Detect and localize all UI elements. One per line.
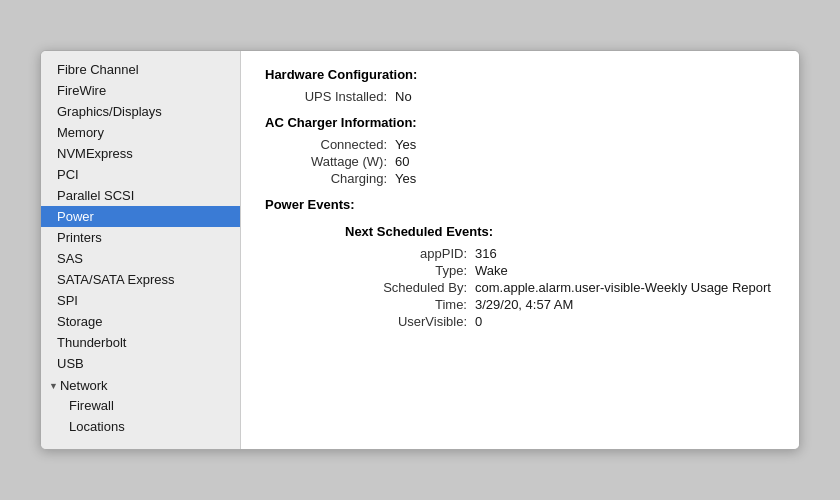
next-scheduled-title: Next Scheduled Events: [345, 224, 775, 239]
scheduled-by-label: Scheduled By: [345, 280, 475, 295]
sidebar-item-sata[interactable]: SATA/SATA Express [41, 269, 240, 290]
sidebar-item-firewall[interactable]: Firewall [41, 395, 240, 416]
type-value: Wake [475, 263, 508, 278]
apppid-row: appPID: 316 [345, 245, 775, 262]
system-info-window: Fibre Channel FireWire Graphics/Displays… [40, 50, 800, 450]
connected-label: Connected: [265, 137, 395, 152]
sidebar-item-storage[interactable]: Storage [41, 311, 240, 332]
charging-value: Yes [395, 171, 416, 186]
network-group-label: Network [60, 378, 108, 393]
sidebar-item-fibre-channel[interactable]: Fibre Channel [41, 59, 240, 80]
sidebar-group-network[interactable]: ▼ Network [41, 374, 240, 395]
time-label: Time: [345, 297, 475, 312]
wattage-row: Wattage (W): 60 [265, 153, 775, 170]
scheduled-by-value: com.apple.alarm.user-visible-Weekly Usag… [475, 280, 771, 295]
scheduled-by-row: Scheduled By: com.apple.alarm.user-visib… [345, 279, 775, 296]
hardware-config-title: Hardware Configuration: [265, 67, 775, 82]
sidebar-item-spi[interactable]: SPI [41, 290, 240, 311]
wattage-label: Wattage (W): [265, 154, 395, 169]
sidebar-item-pci[interactable]: PCI [41, 164, 240, 185]
ups-label: UPS Installed: [265, 89, 395, 104]
uservisible-value: 0 [475, 314, 482, 329]
sidebar-item-power[interactable]: Power [41, 206, 240, 227]
connected-value: Yes [395, 137, 416, 152]
charging-label: Charging: [265, 171, 395, 186]
sidebar-item-printers[interactable]: Printers [41, 227, 240, 248]
time-row: Time: 3/29/20, 4:57 AM [345, 296, 775, 313]
sidebar-item-graphics-displays[interactable]: Graphics/Displays [41, 101, 240, 122]
connected-row: Connected: Yes [265, 136, 775, 153]
sidebar-item-memory[interactable]: Memory [41, 122, 240, 143]
time-value: 3/29/20, 4:57 AM [475, 297, 573, 312]
triangle-icon: ▼ [49, 381, 58, 391]
type-row: Type: Wake [345, 262, 775, 279]
sidebar-item-thunderbolt[interactable]: Thunderbolt [41, 332, 240, 353]
sidebar[interactable]: Fibre Channel FireWire Graphics/Displays… [41, 51, 241, 449]
sidebar-item-usb[interactable]: USB [41, 353, 240, 374]
sidebar-item-firewire[interactable]: FireWire [41, 80, 240, 101]
apppid-value: 316 [475, 246, 497, 261]
sidebar-item-sas[interactable]: SAS [41, 248, 240, 269]
type-label: Type: [345, 263, 475, 278]
content-area: Hardware Configuration: UPS Installed: N… [241, 51, 799, 449]
ups-value: No [395, 89, 412, 104]
uservisible-row: UserVisible: 0 [345, 313, 775, 330]
wattage-value: 60 [395, 154, 409, 169]
charging-row: Charging: Yes [265, 170, 775, 187]
sidebar-item-locations[interactable]: Locations [41, 416, 240, 437]
ups-row: UPS Installed: No [265, 88, 775, 105]
sidebar-item-parallel-scsi[interactable]: Parallel SCSI [41, 185, 240, 206]
uservisible-label: UserVisible: [345, 314, 475, 329]
ac-charger-title: AC Charger Information: [265, 115, 775, 130]
power-events-title: Power Events: [265, 197, 775, 212]
sidebar-item-nvmexpress[interactable]: NVMExpress [41, 143, 240, 164]
apppid-label: appPID: [345, 246, 475, 261]
